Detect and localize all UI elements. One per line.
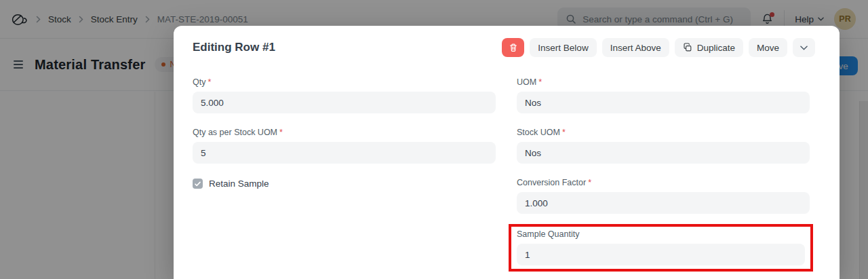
retain-sample-checkbox[interactable]	[193, 179, 203, 189]
chevron-down-icon	[800, 45, 808, 50]
field-conversion-factor: Conversion Factor*	[517, 178, 810, 214]
field-uom: UOM*	[517, 77, 810, 113]
field-label: UOM*	[517, 77, 810, 88]
required-marker: *	[562, 128, 566, 138]
delete-row-button[interactable]	[502, 38, 524, 57]
more-actions-button[interactable]	[793, 38, 815, 57]
qty-input[interactable]	[193, 92, 496, 113]
stock-uom-input[interactable]	[517, 142, 810, 164]
duplicate-icon	[683, 43, 692, 52]
field-stock-uom: Stock UOM*	[517, 128, 810, 164]
field-label: Sample Quantity	[517, 229, 805, 240]
modal-body: Qty* UOM* Qty as per Stock UOM* Stock UO…	[174, 77, 840, 272]
uom-input[interactable]	[517, 92, 810, 113]
modal-toolbar: Insert Below Insert Above Duplicate Move	[502, 38, 815, 57]
required-marker: *	[279, 128, 283, 138]
move-button[interactable]: Move	[749, 38, 787, 57]
required-marker: *	[588, 178, 591, 188]
modal-header: Editing Row #1 Insert Below Insert Above	[174, 26, 840, 57]
field-retain-sample: Retain Sample	[193, 178, 496, 189]
field-label: Qty as per Stock UOM*	[193, 128, 496, 138]
field-label: Stock UOM*	[517, 128, 810, 138]
field-label: Qty*	[193, 77, 496, 88]
modal-title: Editing Row #1	[193, 39, 275, 56]
field-qty: Qty*	[193, 77, 496, 113]
checkmark-icon	[195, 181, 201, 187]
duplicate-label: Duplicate	[697, 43, 735, 53]
insert-below-button[interactable]: Insert Below	[530, 38, 596, 57]
retain-sample-label: Retain Sample	[209, 179, 269, 189]
trash-icon	[509, 43, 518, 53]
conversion-factor-input[interactable]	[517, 192, 810, 214]
editing-row-modal: Editing Row #1 Insert Below Insert Above	[174, 26, 840, 279]
required-marker: *	[208, 77, 211, 88]
qty-stock-uom-input[interactable]	[193, 142, 496, 164]
insert-above-button[interactable]: Insert Above	[602, 38, 669, 57]
sample-quantity-annotation-box: Sample Quantity	[509, 224, 813, 272]
sample-quantity-input[interactable]	[517, 244, 805, 265]
field-qty-stock-uom: Qty as per Stock UOM*	[193, 128, 496, 164]
field-label: Conversion Factor*	[517, 178, 810, 188]
field-sample-quantity: Sample Quantity	[517, 229, 805, 265]
required-marker: *	[538, 77, 542, 88]
duplicate-button[interactable]: Duplicate	[675, 38, 743, 57]
